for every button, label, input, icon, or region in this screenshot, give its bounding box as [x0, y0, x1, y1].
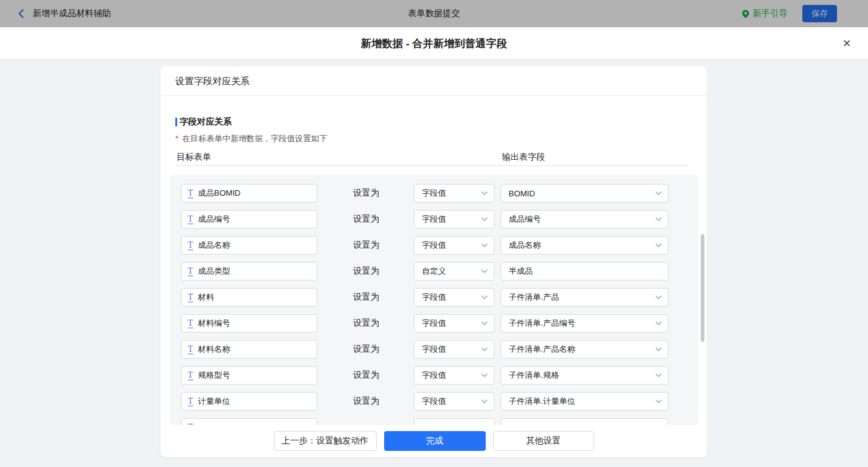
text-field-icon: T	[188, 397, 193, 406]
chevron-down-icon	[655, 243, 662, 247]
mode-select-value: 字段值	[422, 240, 446, 251]
mode-select-value: 字段值	[422, 318, 446, 329]
section-title: 字段对应关系	[175, 116, 232, 128]
mapping-row: T 计量单位 设置为 字段值 子件清单.计量单位	[181, 392, 698, 411]
mapping-row: T 材料名称 设置为 字段值 子件清单.产品名称	[181, 340, 698, 359]
value-select-value: 成品编号	[509, 214, 541, 225]
set-as-label: 设置为	[353, 266, 379, 277]
value-select[interactable]: 子件清单.产品名称	[501, 340, 669, 359]
chevron-down-icon	[481, 373, 488, 377]
mapping-row: T 材料编号 设置为 字段值 子件清单.产品编号	[181, 314, 698, 333]
column-header-target-form: 目标表单	[177, 152, 211, 163]
value-select[interactable]: BOMID	[501, 184, 669, 203]
target-field-input[interactable]: T 成品编号	[181, 210, 317, 229]
target-field-label: 材料编号	[198, 318, 230, 329]
mode-select[interactable]: 字段值	[414, 340, 494, 359]
value-select[interactable]: 子件清单.产品编号	[501, 314, 669, 333]
text-field-icon: T	[188, 241, 193, 250]
chevron-down-icon	[481, 321, 488, 325]
target-field-input[interactable]: T 成品BOMID	[181, 184, 317, 203]
settings-card: 设置字段对应关系 字段对应关系 *在目标表单中新增数据，字段值设置如下 目标表单…	[160, 66, 707, 457]
target-field-input[interactable]: T 计量单位	[181, 392, 317, 411]
required-asterisk: *	[175, 134, 178, 143]
done-button[interactable]: 完成	[384, 431, 486, 451]
mode-select[interactable]	[414, 418, 494, 425]
hint-text: *在目标表单中新增数据，字段值设置如下	[175, 133, 327, 144]
target-field-input[interactable]: T 成品类型	[181, 262, 317, 281]
topbar: 新增半成品材料辅助 表单数据提交 新手引导 保存	[0, 0, 868, 27]
section-accent-bar	[175, 118, 177, 126]
value-select-value: 子件清单.产品名称	[509, 344, 576, 355]
set-as-label: 设置为	[353, 396, 379, 407]
target-field-label: 材料名称	[198, 344, 230, 355]
value-select[interactable]: 子件清单.计量单位	[501, 392, 669, 411]
value-select[interactable]: 成品编号	[501, 210, 669, 229]
mode-select[interactable]: 字段值	[414, 392, 494, 411]
text-field-icon: T	[188, 293, 193, 302]
scrollbar-thumb[interactable]	[701, 234, 704, 342]
text-field-icon: T	[188, 319, 193, 328]
mode-select-value: 字段值	[422, 188, 446, 199]
text-field-icon: T	[188, 267, 193, 276]
mode-select-value: 自定义	[422, 266, 446, 277]
mapping-row: T 成品BOMID 设置为 字段值 BOMID	[181, 184, 698, 203]
set-as-label: 设置为	[353, 292, 379, 303]
set-as-label: 设置为	[353, 344, 379, 355]
target-field-input[interactable]: T	[181, 418, 317, 425]
modal-body: 设置字段对应关系 字段对应关系 *在目标表单中新增数据，字段值设置如下 目标表单…	[0, 60, 868, 467]
target-field-input[interactable]: T 材料	[181, 288, 317, 307]
mapping-row: T 成品名称 设置为 字段值 成品名称	[181, 236, 698, 255]
target-field-label: 成品名称	[198, 240, 230, 251]
hint-label: 在目标表单中新增数据，字段值设置如下	[182, 134, 327, 143]
other-settings-button[interactable]: 其他设置	[493, 431, 594, 451]
target-field-label: 规格型号	[198, 370, 230, 381]
value-select[interactable]: 成品名称	[501, 236, 669, 255]
value-select[interactable]	[501, 418, 669, 425]
chevron-down-icon	[481, 295, 488, 299]
chevron-down-icon	[655, 347, 662, 351]
chevron-down-icon	[481, 243, 488, 247]
mode-select-value: 字段值	[422, 344, 446, 355]
value-select-value: 子件清单.计量单位	[509, 396, 576, 407]
value-select[interactable]: 半成品	[501, 262, 669, 281]
mode-select-value: 字段值	[422, 292, 446, 303]
text-field-icon: T	[188, 345, 193, 354]
mapping-row: T 成品类型 设置为 自定义 半成品	[181, 262, 698, 281]
mode-select[interactable]: 字段值	[414, 184, 494, 203]
value-select-value: 半成品	[509, 266, 533, 277]
mode-select[interactable]: 字段值	[414, 236, 494, 255]
mode-select-value: 字段值	[422, 370, 446, 381]
target-field-input[interactable]: T 规格型号	[181, 366, 317, 385]
text-field-icon: T	[188, 371, 193, 380]
value-select[interactable]: 子件清单.规格	[501, 366, 669, 385]
text-field-icon: T	[188, 189, 193, 198]
target-field-input[interactable]: T 成品名称	[181, 236, 317, 255]
mode-select[interactable]: 字段值	[414, 288, 494, 307]
mode-select[interactable]: 字段值	[414, 210, 494, 229]
mode-select-value: 字段值	[422, 396, 446, 407]
mapping-row: T	[181, 418, 698, 425]
section-title-label: 字段对应关系	[180, 116, 232, 128]
mode-select[interactable]: 字段值	[414, 366, 494, 385]
mapping-panel: T 成品BOMID 设置为 字段值 BOMID T 成品编号 设置为 字段值	[170, 175, 698, 425]
card-header-title: 设置字段对应关系	[160, 66, 707, 96]
mode-select[interactable]: 字段值	[414, 314, 494, 333]
close-icon[interactable]: ✕	[843, 38, 851, 48]
modal-title: 新增数据 - 合并新增到普通字段	[361, 36, 507, 50]
target-field-label: 材料	[198, 292, 214, 303]
target-field-label: 成品类型	[198, 266, 230, 277]
target-field-label: 成品BOMID	[198, 188, 241, 199]
target-field-input[interactable]: T 材料编号	[181, 314, 317, 333]
mode-select[interactable]: 自定义	[414, 262, 494, 281]
chevron-down-icon	[655, 373, 662, 377]
mode-select-value: 字段值	[422, 214, 446, 225]
target-field-input[interactable]: T 材料名称	[181, 340, 317, 359]
chevron-down-icon	[481, 217, 488, 221]
mapping-row: T 规格型号 设置为 字段值 子件清单.规格	[181, 366, 698, 385]
footer-bar: 上一步：设置触发动作 完成 其他设置	[160, 425, 707, 457]
value-select-value: BOMID	[509, 189, 535, 198]
prev-step-button[interactable]: 上一步：设置触发动作	[274, 431, 377, 451]
modal-header: 新增数据 - 合并新增到普通字段 ✕	[0, 27, 868, 59]
value-select[interactable]: 子件清单.产品	[501, 288, 669, 307]
mapping-row: T 成品编号 设置为 字段值 成品编号	[181, 210, 698, 229]
